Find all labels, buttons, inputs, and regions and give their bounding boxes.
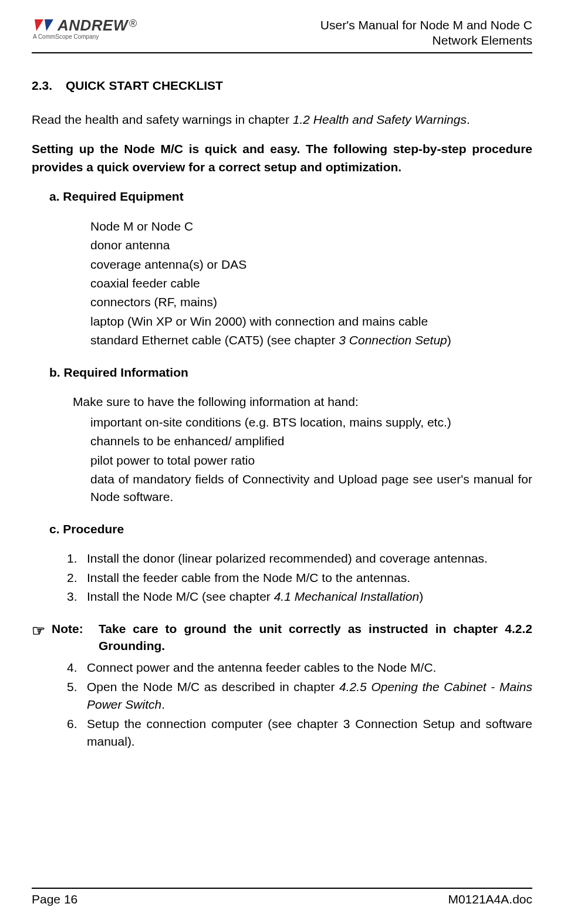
section-number: 2.3. — [32, 77, 66, 94]
page: ANDREW ® A CommScope Company User's Manu… — [0, 0, 564, 924]
list-item: 3. Install the Node M/C (see chapter 4.1… — [67, 588, 532, 605]
list-item: channels to be enhanced/ amplified — [90, 432, 532, 450]
header-title: User's Manual for Node M and Node C Netw… — [320, 18, 532, 49]
intro-ref: 1.2 Health and Safety Warnings — [293, 113, 467, 126]
step-text: Install the donor (linear polarized reco… — [87, 550, 532, 567]
list-item: pilot power to total power ratio — [90, 452, 532, 469]
logo-text: ANDREW — [58, 18, 128, 33]
list-item: Node M or Node C — [90, 218, 532, 235]
list-item: data of mandatory fields of Connectivity… — [90, 471, 532, 506]
list-item: 4. Connect power and the antenna feeder … — [67, 659, 532, 676]
section-title: QUICK START CHECKLIST — [66, 79, 223, 92]
step-text: Connect power and the antenna feeder cab… — [87, 659, 532, 676]
header-title-line1: User's Manual for Node M and Node C — [320, 18, 532, 33]
list-item: 2. Install the feeder cable from the Nod… — [67, 569, 532, 587]
logo-block: ANDREW ® A CommScope Company — [32, 18, 137, 40]
pointing-hand-icon: ☞ — [32, 620, 52, 655]
logo-icon — [32, 18, 56, 32]
body-content: 2.3.QUICK START CHECKLIST Read the healt… — [32, 71, 532, 888]
intro-pre: Read the health and safety warnings in c… — [32, 113, 293, 126]
step-text: Install the Node M/C (see chapter 4.1 Me… — [87, 588, 532, 605]
list-item: 5. Open the Node M/C as described in cha… — [67, 678, 532, 714]
note-label: Note: — [52, 620, 99, 655]
subheading-a: a. Required Equipment — [49, 188, 532, 205]
step-number: 5. — [67, 678, 87, 714]
info-intro: Make sure to have the following informat… — [73, 393, 532, 411]
note-text: Take care to ground the unit correctly a… — [99, 620, 532, 655]
subheading-c: c. Procedure — [49, 520, 532, 538]
list-item: standard Ethernet cable (CAT5) (see chap… — [90, 331, 532, 349]
page-footer: Page 16 M0121A4A.doc — [32, 888, 532, 906]
step-number: 6. — [67, 715, 87, 751]
list-item: donor antenna — [90, 236, 532, 254]
list-item: connectors (RF, mains) — [90, 293, 532, 311]
list-item: 6. Setup the connection computer (see ch… — [67, 715, 532, 751]
step-number: 3. — [67, 588, 87, 605]
svg-marker-0 — [35, 19, 43, 31]
lead-paragraph: Setting up the Node M/C is quick and eas… — [32, 140, 532, 176]
footer-page: Page 16 — [32, 892, 77, 906]
intro-post: . — [467, 113, 470, 126]
footer-doc: M0121A4A.doc — [448, 892, 532, 906]
section-heading: 2.3.QUICK START CHECKLIST — [32, 77, 532, 94]
info-list: important on-site conditions (e.g. BTS l… — [32, 414, 532, 506]
step-number: 2. — [67, 569, 87, 587]
list-item: coaxial feeder cable — [90, 275, 532, 292]
procedure-list-2: 4. Connect power and the antenna feeder … — [32, 659, 532, 750]
page-header: ANDREW ® A CommScope Company User's Manu… — [32, 18, 532, 53]
equipment-list: Node M or Node C donor antenna coverage … — [32, 218, 532, 350]
header-title-line2: Network Elements — [320, 33, 532, 48]
intro-paragraph: Read the health and safety warnings in c… — [32, 111, 532, 128]
step-text: Open the Node M/C as described in chapte… — [87, 678, 532, 714]
step-number: 4. — [67, 659, 87, 676]
list-item: important on-site conditions (e.g. BTS l… — [90, 414, 532, 431]
list-item: coverage antenna(s) or DAS — [90, 256, 532, 273]
list-item: laptop (Win XP or Win 2000) with connect… — [90, 313, 532, 330]
step-text: Install the feeder cable from the Node M… — [87, 569, 532, 587]
note-block: ☞ Note: Take care to ground the unit cor… — [32, 620, 532, 655]
procedure-list-1: 1. Install the donor (linear polarized r… — [32, 550, 532, 605]
svg-marker-1 — [45, 19, 53, 31]
step-text: Setup the connection computer (see chapt… — [87, 715, 532, 751]
step-number: 1. — [67, 550, 87, 567]
logo-subtext: A CommScope Company — [33, 34, 137, 40]
list-item: 1. Install the donor (linear polarized r… — [67, 550, 532, 567]
subheading-b: b. Required Information — [49, 364, 532, 381]
